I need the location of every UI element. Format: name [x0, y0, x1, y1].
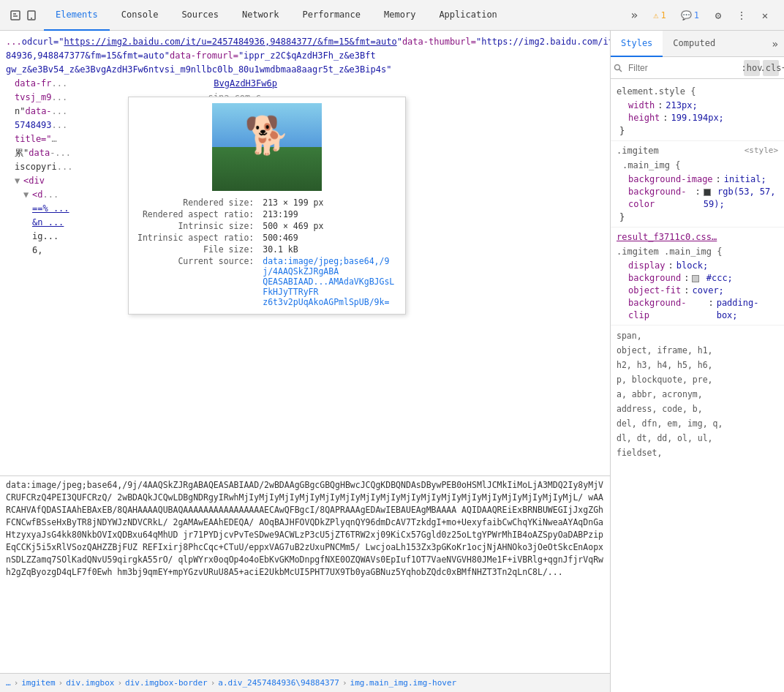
color-swatch[interactable]	[692, 275, 699, 282]
styles-toolbar: :hov .cls +	[611, 57, 784, 79]
left-panel: ...odcurl="https://img2.baidu.com/it/u=2…	[0, 31, 611, 692]
computed-list: span, object, iframe, h1, h2, h3, h4, h5…	[611, 326, 784, 463]
tab-styles[interactable]: Styles	[611, 31, 663, 57]
info-icon: 💬	[681, 10, 692, 20]
dom-line: gw_z&e3Bv54_z&e3BvgAzdH3Fw6ntvsi_m9nllbc…	[0, 63, 610, 77]
style-selector: result_f3711c0.css…	[617, 230, 778, 244]
warning-badge[interactable]: ⚠ 1	[647, 10, 671, 20]
tab-sources[interactable]: Sources	[170, 0, 230, 31]
svg-line-6	[619, 69, 622, 72]
warning-icon: ⚠	[653, 10, 658, 20]
tab-network[interactable]: Network	[230, 0, 291, 31]
dom-line: ...odcurl="https://img2.baidu.com/it/u=2…	[0, 35, 610, 49]
tab-memory[interactable]: Memory	[372, 0, 427, 31]
breadcrumb: … › imgitem › div.imgbox › div.imgbox-bo…	[0, 673, 610, 692]
inspect-icon[interactable]	[9, 9, 22, 22]
tooltip-row: Intrinsic aspect ratio: 500:469	[135, 232, 399, 244]
tab-console[interactable]: Console	[110, 0, 170, 31]
more-options-icon[interactable]: ⋮	[731, 5, 752, 26]
right-tabs: Styles Computed »	[611, 31, 784, 57]
cls-button[interactable]: .cls	[763, 60, 779, 76]
style-block-imgitem: .imgitem <style> .main_img { background-…	[611, 141, 784, 227]
dom-line: 84936,948847377&fm=15&fmt=auto" data-fro…	[0, 49, 610, 63]
style-block-element: element.style { width : 213px; height : …	[611, 82, 784, 141]
style-selector: element.style {	[617, 85, 778, 98]
dom-area[interactable]: ...odcurl="https://img2.baidu.com/it/u=2…	[0, 31, 610, 475]
settings-icon[interactable]: ⚙	[708, 5, 728, 26]
dom-line: data-fr... BvgAzdH3Fw6p	[0, 77, 610, 91]
style-sub-selector: .imgitem .main_img {	[617, 245, 778, 258]
breadcrumb-imgbox-border[interactable]: div.imgbox-border	[125, 678, 208, 688]
style-prop[interactable]: width : 213px;	[617, 99, 778, 112]
tooltip-row: Intrinsic size: 500 × 469 px	[135, 220, 399, 232]
tab-bar-right: » ⚠ 1 💬 1 ⚙ ⋮ ✕	[618, 5, 781, 26]
style-prop[interactable]: height : 199.194px;	[617, 112, 778, 124]
style-prop[interactable]: display : block;	[617, 260, 778, 272]
tab-computed[interactable]: Computed	[663, 31, 725, 57]
tooltip-table: Rendered size: 213 × 199 px Rendered asp…	[135, 197, 399, 308]
right-panel: Styles Computed » :hov .cls +	[611, 31, 784, 692]
tooltip-row: Current source: data:image/jpeg;base64,/…	[135, 255, 399, 308]
style-prop[interactable]: background-clip : padding-box;	[617, 297, 778, 322]
base64-text-area: data:image/jpeg;base64,/9j/4AAQSkZJRgABA…	[0, 475, 610, 673]
device-icon[interactable]	[25, 9, 38, 22]
color-swatch[interactable]	[704, 189, 711, 196]
main-layout: ...odcurl="https://img2.baidu.com/it/u=2…	[0, 31, 784, 692]
style-prop[interactable]: background-color : rgb(53, 57, 59);	[617, 186, 778, 211]
right-tabs-more[interactable]: »	[766, 38, 784, 50]
svg-point-5	[615, 64, 620, 69]
info-badge[interactable]: 💬 1	[675, 10, 705, 20]
tooltip-row: Rendered aspect ratio: 213:199	[135, 208, 399, 220]
filter-input[interactable]	[625, 61, 741, 75]
image-tooltip: 🐕 Rendered size: 213 × 199 px Rendered a…	[128, 97, 406, 315]
breadcrumb-imgitem[interactable]: imgitem	[21, 678, 55, 688]
style-prop[interactable]: background : #ccc;	[617, 272, 778, 285]
tooltip-row: File size: 30.1 kB	[135, 244, 399, 255]
tab-bar: Elements Console Sources Network Perform…	[0, 0, 784, 31]
filter-icon	[614, 60, 622, 76]
breadcrumb-a-div[interactable]: a.div_2457484936\94884377	[218, 678, 339, 688]
close-icon[interactable]: ✕	[755, 5, 775, 26]
tab-application[interactable]: Application	[427, 0, 508, 31]
hov-button[interactable]: :hov	[744, 60, 760, 76]
breadcrumb-img[interactable]: img.main_img.img-hover	[350, 678, 457, 688]
tooltip-row: Rendered size: 213 × 199 px	[135, 197, 399, 208]
style-prop[interactable]: background-image : initial;	[617, 173, 778, 186]
styles-content[interactable]: element.style { width : 213px; height : …	[611, 79, 784, 692]
tab-elements[interactable]: Elements	[44, 0, 110, 31]
style-prop[interactable]: object-fit : cover;	[617, 285, 778, 297]
more-tabs-icon[interactable]: »	[624, 5, 644, 26]
source-link[interactable]: data:image/jpeg;base64,/9j/4AAQSkZJRgABA…	[263, 256, 394, 307]
tab-performance[interactable]: Performance	[291, 0, 372, 31]
svg-rect-0	[11, 11, 20, 20]
style-sub-selector: .main_img {	[617, 159, 778, 172]
breadcrumb-dots[interactable]: …	[6, 678, 11, 688]
style-selector: .imgitem <style>	[617, 144, 778, 157]
style-block-result: result_f3711c0.css… .imgitem .main_img {…	[611, 227, 784, 326]
tooltip-image: 🐕	[212, 103, 322, 191]
devtools-icons	[3, 9, 44, 22]
breadcrumb-imgbox[interactable]: div.imgbox	[66, 678, 114, 688]
